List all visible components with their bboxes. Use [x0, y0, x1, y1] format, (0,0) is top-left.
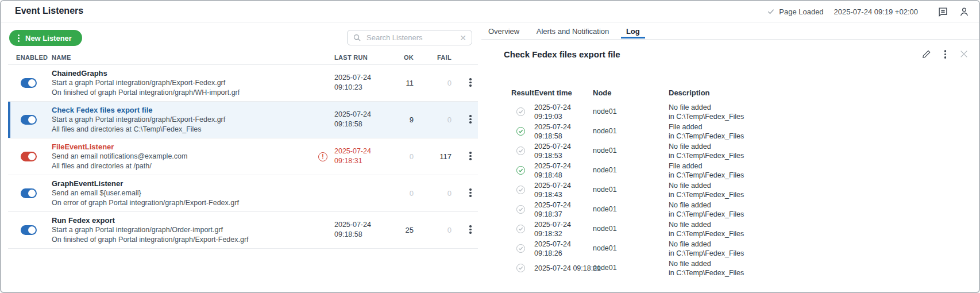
log-row: 2025-07-2409:19:03 node01 No file addedi… [511, 102, 965, 122]
result-success-icon [516, 127, 525, 136]
search-icon [353, 33, 361, 42]
log-row: 2025-07-2409:18:37 node01 No file addedi… [511, 200, 965, 219]
log-row: 2025-07-24 09:18:21 node01 No file added… [511, 259, 965, 278]
last-run: 2025-07-24 09:18:58 [334, 110, 371, 129]
listener-table-header: ENABLED NAME LAST RUN OK FAIL [8, 54, 478, 63]
log-node: node01 [593, 166, 617, 174]
listener-desc1: Start a graph Portal integration/graph/E… [52, 115, 225, 125]
detail-actions [922, 49, 969, 60]
col-name: NAME [52, 54, 71, 61]
enabled-toggle[interactable] [21, 188, 37, 198]
row-menu-icon[interactable] [468, 77, 473, 88]
ok-count: 9 [385, 115, 414, 124]
edit-pencil-icon[interactable] [922, 49, 931, 59]
log-table-header: Result Event time Node Description [511, 88, 965, 102]
listener-desc2: On error of graph Portal integration/gra… [52, 198, 239, 208]
listener-list: ChainedGraphs Start a graph Portal integ… [8, 64, 478, 249]
ok-count: 25 [385, 226, 414, 234]
error-warning-icon [318, 152, 327, 161]
user-account-icon[interactable] [959, 6, 970, 17]
new-listener-button[interactable]: New Listener [9, 30, 82, 46]
header-timestamp: 2025-07-24 09:19 +02:00 [834, 7, 918, 16]
listener-name: Run Fedex export [52, 215, 249, 225]
listener-row-grapheventlistener[interactable]: GraphEventListener Send an email ${user.… [8, 175, 478, 212]
log-node: node01 [593, 146, 617, 155]
col-fail: FAIL [423, 54, 452, 61]
listener-name: Check Fedex files export file [52, 105, 225, 115]
tab-alerts-and-notification[interactable]: Alerts and Notification [531, 25, 614, 38]
tab-overview[interactable]: Overview [483, 25, 524, 38]
enabled-toggle[interactable] [21, 115, 37, 125]
col-node: Node [593, 88, 612, 97]
new-listener-label: New Listener [25, 34, 72, 43]
listener-desc2: On finished of graph Portal integration/… [52, 88, 240, 98]
log-node: node01 [593, 225, 617, 233]
col-enabled: ENABLED [16, 54, 48, 61]
tab-log[interactable]: Log [621, 25, 645, 38]
listener-row-run-fedex-export[interactable]: Run Fedex export Start a graph Portal in… [8, 212, 478, 249]
check-icon [767, 7, 775, 16]
listener-desc1: Send an email notifications@example.com [52, 152, 187, 161]
ok-count: 11 [385, 79, 414, 87]
top-bar: Event Listeners Page Loaded 2025-07-24 0… [1, 1, 979, 22]
ok-count: 0 [385, 152, 414, 161]
result-neutral-icon [516, 264, 525, 272]
search-input[interactable] [365, 33, 456, 43]
detail-title: Check Fedex files export file [504, 49, 620, 59]
listener-desc1: Start a graph Portal integration/graph/O… [52, 225, 249, 235]
page-title: Event Listeners [15, 6, 83, 16]
log-row: 2025-07-2409:18:32 node01 No file addedi… [511, 219, 965, 239]
clear-search-icon[interactable]: ✕ [460, 34, 466, 42]
last-run: 2025-07-24 09:10:23 [334, 73, 371, 92]
log-row: 2025-07-2409:18:26 node01 No file addedi… [511, 239, 965, 259]
log-node: node01 [593, 107, 617, 115]
detail-tabs: Overview Alerts and Notification Log [483, 25, 650, 40]
last-run: 2025-07-24 09:18:31 [334, 146, 371, 166]
enabled-toggle[interactable] [21, 152, 37, 161]
log-node: node01 [593, 205, 617, 213]
detail-menu-icon[interactable] [943, 49, 948, 60]
enabled-toggle[interactable] [21, 78, 37, 88]
fail-count: 117 [423, 152, 452, 161]
listener-desc1: Start a graph Portal integration/graph/E… [52, 78, 240, 88]
row-menu-icon[interactable] [468, 151, 473, 161]
last-run: 2025-07-24 09:18:58 [334, 220, 371, 240]
log-node: node01 [593, 127, 617, 135]
row-menu-icon[interactable] [468, 114, 473, 125]
listener-row-check-fedex[interactable]: Check Fedex files export file Start a gr… [8, 102, 478, 138]
log-node: node01 [593, 264, 617, 272]
tabs-divider [481, 39, 979, 40]
messages-icon[interactable] [937, 6, 948, 17]
header-right: Page Loaded 2025-07-24 09:19 +02:00 [767, 1, 970, 22]
listener-dots-icon [18, 33, 20, 43]
listener-row-fileeventlistener[interactable]: FileEventListener Send an email notifica… [8, 138, 478, 175]
search-box: ✕ [347, 30, 472, 45]
listener-desc2: All files and directories at /path/ [52, 161, 187, 171]
fail-count: 0 [423, 189, 452, 198]
fail-count: 0 [423, 226, 452, 234]
result-neutral-icon [516, 146, 525, 155]
listener-name: FileEventListener [52, 142, 187, 152]
row-menu-icon[interactable] [468, 224, 473, 235]
log-row: 2025-07-2409:18:53 node01 No file addedi… [511, 141, 965, 161]
listener-desc2: On finished of graph Portal integration/… [52, 235, 249, 245]
log-table: Result Event time Node Description 2025-… [511, 88, 965, 278]
fail-count: 0 [423, 115, 452, 124]
event-listeners-app: Event Listeners Page Loaded 2025-07-24 0… [0, 0, 980, 293]
ok-count: 0 [385, 189, 414, 198]
row-menu-icon[interactable] [468, 187, 473, 198]
result-neutral-icon [516, 205, 525, 214]
log-row: 2025-07-2409:18:48 node01 File addedin C… [511, 161, 965, 180]
result-neutral-icon [516, 107, 525, 116]
page-loaded-status: Page Loaded [767, 7, 823, 16]
col-description: Description [669, 88, 710, 97]
listener-name: ChainedGraphs [52, 68, 240, 78]
col-result: Result [511, 88, 534, 97]
close-icon[interactable] [959, 49, 969, 59]
status-label: Page Loaded [779, 7, 823, 16]
fail-count: 0 [423, 79, 452, 87]
listener-row-chainedgraphs[interactable]: ChainedGraphs Start a graph Portal integ… [8, 65, 478, 102]
log-row: 2025-07-2409:18:58 node01 File addedin C… [511, 122, 965, 141]
enabled-toggle[interactable] [21, 225, 37, 235]
listener-desc2: All files and directories at C:\Temp\Fed… [52, 125, 225, 134]
